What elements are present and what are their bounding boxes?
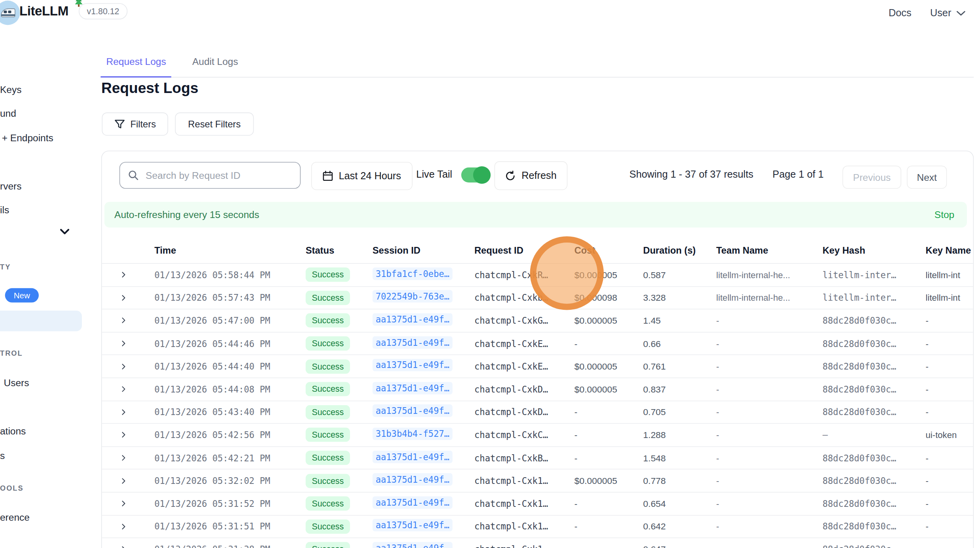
- expand-row-cell[interactable]: [113, 431, 144, 439]
- session-id-cell[interactable]: 31bfa1cf-0ebe…: [362, 267, 464, 283]
- session-id-cell[interactable]: aa1375d1-e49f…: [362, 519, 464, 534]
- chevron-right-icon[interactable]: [119, 317, 128, 325]
- session-id-cell[interactable]: aa1375d1-e49f…: [362, 359, 464, 374]
- session-id-cell[interactable]: 31b3b4b4-f527…: [362, 427, 464, 442]
- session-id-cell[interactable]: aa1375d1-e49f…: [362, 450, 464, 465]
- user-menu-label[interactable]: User: [930, 8, 951, 19]
- table-row[interactable]: 01/13/2026 05:42:56 PMSuccess31b3b4b4-f5…: [102, 423, 973, 446]
- session-id-link[interactable]: aa1375d1-e49f…: [373, 359, 453, 372]
- tab-request-logs[interactable]: Request Logs: [100, 53, 171, 78]
- session-id-link[interactable]: aa1375d1-e49f…: [373, 313, 453, 326]
- session-id-link[interactable]: aa1375d1-e49f…: [373, 450, 453, 463]
- session-id-cell[interactable]: 7022549b-763e…: [362, 290, 464, 305]
- chevron-right-icon[interactable]: [119, 500, 128, 508]
- table-row[interactable]: 01/13/2026 05:31:38 PMSuccessaa1375d1-e4…: [102, 538, 973, 548]
- session-id-link[interactable]: aa1375d1-e49f…: [373, 496, 453, 509]
- previous-page-button[interactable]: Previous: [842, 166, 901, 189]
- chevron-right-icon[interactable]: [119, 294, 128, 302]
- table-row[interactable]: 01/13/2026 05:44:46 PMSuccessaa1375d1-e4…: [102, 332, 973, 355]
- expand-row-cell[interactable]: [113, 408, 144, 416]
- filters-button[interactable]: Filters: [102, 112, 168, 135]
- refresh-button[interactable]: Refresh: [495, 161, 568, 190]
- session-id-link[interactable]: 31b3b4b4-f527…: [373, 427, 453, 440]
- chevron-right-icon[interactable]: [119, 408, 128, 416]
- session-id-link[interactable]: 7022549b-763e…: [373, 290, 453, 303]
- session-id-link[interactable]: aa1375d1-e49f…: [373, 382, 453, 394]
- chevron-right-icon[interactable]: [119, 454, 128, 462]
- auto-refresh-text: Auto-refreshing every 15 seconds: [114, 209, 259, 220]
- live-tail-toggle[interactable]: [461, 167, 489, 182]
- search-input[interactable]: [144, 169, 284, 182]
- expand-row-cell[interactable]: [113, 500, 144, 508]
- team-name-cell: -: [706, 338, 813, 349]
- sidebar-item-guardrails[interactable]: ils: [0, 205, 9, 215]
- chevron-down-icon[interactable]: [60, 229, 70, 235]
- status-cell: Success: [296, 382, 362, 396]
- expand-row-cell[interactable]: [113, 339, 144, 348]
- stop-auto-refresh-link[interactable]: Stop: [935, 209, 954, 220]
- litellm-logo: [0, 1, 20, 25]
- expand-row-cell[interactable]: [113, 294, 144, 302]
- session-id-link[interactable]: aa1375d1-e49f…: [373, 405, 453, 417]
- sidebar-item-api-reference[interactable]: erence: [0, 512, 30, 523]
- expand-row-cell[interactable]: [113, 317, 144, 325]
- expand-row-cell[interactable]: [113, 454, 144, 462]
- expand-row-cell[interactable]: [113, 545, 144, 548]
- next-page-button[interactable]: Next: [907, 166, 947, 189]
- sidebar-item-models-endpoints[interactable]: + Endpoints: [2, 133, 53, 143]
- key-name-value: -: [926, 499, 929, 508]
- expand-row-cell[interactable]: [113, 385, 144, 394]
- table-row[interactable]: 01/13/2026 05:44:08 PMSuccessaa1375d1-e4…: [102, 377, 973, 400]
- reset-filters-button[interactable]: Reset Filters: [175, 112, 254, 135]
- expand-row-cell[interactable]: [113, 362, 144, 371]
- tab-audit-logs[interactable]: Audit Logs: [187, 53, 243, 77]
- expand-row-cell[interactable]: [113, 477, 144, 485]
- status-cell: Success: [296, 405, 362, 419]
- session-id-link[interactable]: aa1375d1-e49f…: [373, 473, 453, 486]
- table-row[interactable]: 01/13/2026 05:43:40 PMSuccessaa1375d1-e4…: [102, 400, 973, 423]
- docs-link[interactable]: Docs: [889, 8, 912, 19]
- table-row[interactable]: 01/13/2026 05:31:52 PMSuccessaa1375d1-e4…: [102, 492, 973, 515]
- table-row[interactable]: 01/13/2026 05:42:21 PMSuccessaa1375d1-e4…: [102, 446, 973, 469]
- key-hash-value: 88dc28d0f030c…: [823, 453, 896, 463]
- table-row[interactable]: 01/13/2026 05:47:00 PMSuccessaa1375d1-e4…: [102, 309, 973, 332]
- chevron-right-icon[interactable]: [119, 271, 128, 279]
- key-hash-value: 88dc28d0f030c…: [823, 384, 896, 394]
- table-row[interactable]: 01/13/2026 05:31:51 PMSuccessaa1375d1-e4…: [102, 515, 973, 538]
- sidebar-item-teams[interactable]: s: [0, 450, 5, 461]
- user-menu[interactable]: User: [930, 8, 966, 19]
- chevron-right-icon[interactable]: [119, 339, 128, 348]
- search-box[interactable]: [119, 162, 301, 189]
- session-id-cell[interactable]: aa1375d1-e49f…: [362, 542, 464, 548]
- session-id-cell[interactable]: aa1375d1-e49f…: [362, 382, 464, 397]
- chevron-right-icon[interactable]: [119, 522, 128, 531]
- table-row[interactable]: 01/13/2026 05:44:40 PMSuccessaa1375d1-e4…: [102, 355, 973, 377]
- session-id-cell[interactable]: aa1375d1-e49f…: [362, 336, 464, 351]
- table-row[interactable]: 01/13/2026 05:32:02 PMSuccessaa1375d1-e4…: [102, 469, 973, 492]
- session-id-link[interactable]: aa1375d1-e49f…: [373, 542, 453, 548]
- sidebar-item-users[interactable]: Users: [4, 377, 29, 388]
- sidebar-item-logs-selected[interactable]: [0, 311, 82, 331]
- sidebar-item-playground[interactable]: und: [0, 108, 16, 119]
- chevron-right-icon[interactable]: [119, 545, 128, 548]
- chevron-right-icon[interactable]: [119, 385, 128, 394]
- time-range-button[interactable]: Last 24 Hours: [311, 162, 412, 190]
- session-id-link[interactable]: 31bfa1cf-0ebe…: [373, 267, 453, 280]
- session-id-link[interactable]: aa1375d1-e49f…: [373, 519, 453, 532]
- request-id-value: chatcmpl-CxkE…: [474, 361, 548, 371]
- expand-row-cell[interactable]: [113, 522, 144, 531]
- sidebar-item-servers[interactable]: rvers: [0, 181, 21, 192]
- session-id-cell[interactable]: aa1375d1-e49f…: [362, 405, 464, 420]
- chevron-right-icon[interactable]: [119, 431, 128, 439]
- expand-row-cell[interactable]: [113, 271, 144, 279]
- session-id-cell[interactable]: aa1375d1-e49f…: [362, 473, 464, 488]
- team-name-value: -: [716, 430, 719, 440]
- session-id-cell[interactable]: aa1375d1-e49f…: [362, 496, 464, 511]
- session-id-cell[interactable]: aa1375d1-e49f…: [362, 313, 464, 328]
- sidebar-item-organizations[interactable]: ations: [0, 426, 26, 436]
- chevron-right-icon[interactable]: [119, 362, 128, 371]
- status-cell: Success: [296, 336, 362, 351]
- chevron-right-icon[interactable]: [119, 477, 128, 485]
- sidebar-item-keys[interactable]: Keys: [0, 84, 21, 95]
- session-id-link[interactable]: aa1375d1-e49f…: [373, 336, 453, 349]
